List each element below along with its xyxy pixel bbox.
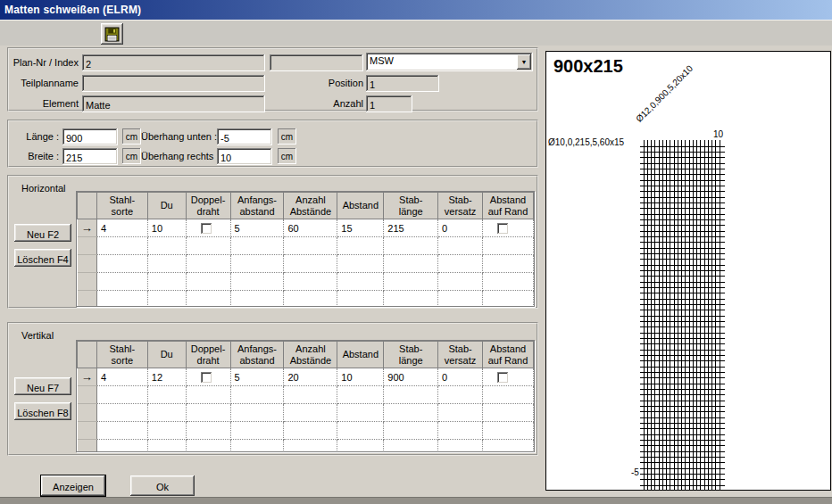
grid-cell[interactable] xyxy=(337,237,384,255)
grid-cell[interactable]: 20 xyxy=(284,368,337,386)
grid-cell[interactable] xyxy=(337,273,384,291)
row-selector[interactable]: → xyxy=(78,368,97,386)
anzeigen-button[interactable]: Anzeigen xyxy=(41,475,105,496)
grid-cell[interactable] xyxy=(384,255,438,273)
checkbox[interactable] xyxy=(201,372,212,384)
checkbox[interactable] xyxy=(497,372,509,384)
grid-cell[interactable] xyxy=(96,255,147,273)
grid-cell[interactable] xyxy=(438,404,483,422)
grid-cell[interactable] xyxy=(147,273,186,291)
grid-cell[interactable] xyxy=(284,386,337,404)
row-selector[interactable] xyxy=(78,255,97,273)
grid-cell[interactable]: 12 xyxy=(147,368,186,386)
grid-cell[interactable] xyxy=(186,219,230,237)
loeschen-f4-button[interactable]: Löschen F4 xyxy=(14,249,71,267)
row-selector[interactable] xyxy=(78,404,97,422)
grid-cell[interactable] xyxy=(147,386,186,404)
grid-cell[interactable] xyxy=(230,440,284,453)
row-selector[interactable] xyxy=(78,386,97,404)
grid-cell[interactable] xyxy=(96,386,147,404)
grid-cell[interactable]: 5 xyxy=(230,368,284,386)
grid-cell[interactable] xyxy=(186,440,230,453)
grid-cell[interactable] xyxy=(186,255,230,273)
grid-cell[interactable] xyxy=(284,440,337,453)
save-button[interactable] xyxy=(101,23,123,45)
grid-cell[interactable] xyxy=(337,440,384,453)
grid-cell[interactable] xyxy=(96,237,147,255)
grid-cell[interactable] xyxy=(337,404,384,422)
grid-cell[interactable] xyxy=(230,404,284,422)
neu-f7-button[interactable]: Neu F7 xyxy=(14,377,71,395)
grid-cell[interactable]: 4 xyxy=(96,368,147,386)
grid-cell[interactable] xyxy=(186,404,230,422)
grid-cell[interactable] xyxy=(147,237,186,255)
grid-cell[interactable]: 5 xyxy=(230,219,284,237)
dropdown-arrow-icon[interactable]: ▼ xyxy=(517,54,531,70)
grid-cell[interactable] xyxy=(186,273,230,291)
grid-cell[interactable] xyxy=(186,386,230,404)
grid-cell[interactable]: 15 xyxy=(337,219,384,237)
grid-cell[interactable] xyxy=(384,237,438,255)
grid-cell[interactable] xyxy=(186,368,230,386)
grid-cell[interactable] xyxy=(284,422,337,440)
grid-cell[interactable] xyxy=(284,237,337,255)
loeschen-f8-button[interactable]: Löschen F8 xyxy=(14,402,71,420)
laenge-input[interactable] xyxy=(62,128,118,145)
grid-cell[interactable] xyxy=(438,386,483,404)
grid-cell[interactable] xyxy=(483,440,534,453)
grid-cell[interactable] xyxy=(147,291,186,308)
grid-cell[interactable] xyxy=(230,273,284,291)
plan-nr-input[interactable] xyxy=(82,54,265,71)
mat-type-combobox[interactable]: MSW ▼ xyxy=(366,53,533,71)
grid-cell[interactable] xyxy=(147,255,186,273)
grid-cell[interactable] xyxy=(96,422,147,440)
grid-cell[interactable] xyxy=(230,291,284,308)
grid-cell[interactable] xyxy=(186,291,230,308)
grid-cell[interactable] xyxy=(483,386,534,404)
grid-cell[interactable] xyxy=(384,404,438,422)
grid-cell[interactable] xyxy=(384,440,438,453)
extra-input[interactable] xyxy=(270,54,363,71)
grid-cell[interactable] xyxy=(337,291,384,308)
checkbox[interactable] xyxy=(497,223,509,235)
ueberhang-unten-input[interactable] xyxy=(217,128,272,145)
grid-cell[interactable] xyxy=(438,237,483,255)
grid-cell[interactable] xyxy=(96,273,147,291)
grid-cell[interactable] xyxy=(438,291,483,308)
grid-cell[interactable] xyxy=(284,404,337,422)
grid-cell[interactable]: 900 xyxy=(384,368,438,386)
grid-cell[interactable] xyxy=(483,422,534,440)
grid-cell[interactable] xyxy=(230,237,284,255)
grid-cell[interactable]: 215 xyxy=(384,219,438,237)
row-selector[interactable] xyxy=(78,291,97,308)
grid-cell[interactable] xyxy=(96,291,147,308)
neu-f2-button[interactable]: Neu F2 xyxy=(14,224,71,242)
grid-cell[interactable]: 0 xyxy=(438,219,483,237)
grid-cell[interactable] xyxy=(284,255,337,273)
ok-button[interactable]: Ok xyxy=(130,475,195,496)
grid-cell[interactable] xyxy=(483,404,534,422)
anzahl-input[interactable] xyxy=(366,95,412,112)
grid-cell[interactable] xyxy=(147,422,186,440)
row-selector[interactable] xyxy=(78,440,97,453)
row-selector[interactable] xyxy=(78,273,97,291)
element-input[interactable] xyxy=(82,95,265,112)
breite-input[interactable] xyxy=(62,148,118,165)
grid-cell[interactable] xyxy=(230,255,284,273)
grid-cell[interactable] xyxy=(96,404,147,422)
grid-cell[interactable]: 0 xyxy=(438,368,483,386)
checkbox[interactable] xyxy=(201,223,212,235)
grid-cell[interactable]: 10 xyxy=(147,219,186,237)
grid-cell[interactable] xyxy=(96,440,147,453)
grid-cell[interactable] xyxy=(384,273,438,291)
grid-cell[interactable] xyxy=(337,422,384,440)
grid-cell[interactable] xyxy=(147,404,186,422)
teilplanname-input[interactable] xyxy=(82,75,265,92)
grid-cell[interactable] xyxy=(147,440,186,453)
grid-cell[interactable] xyxy=(483,237,534,255)
grid-cell[interactable] xyxy=(438,255,483,273)
grid-cell[interactable] xyxy=(337,255,384,273)
grid-cell[interactable] xyxy=(284,291,337,308)
grid-cell[interactable] xyxy=(483,219,534,237)
grid-cell[interactable] xyxy=(483,368,534,386)
